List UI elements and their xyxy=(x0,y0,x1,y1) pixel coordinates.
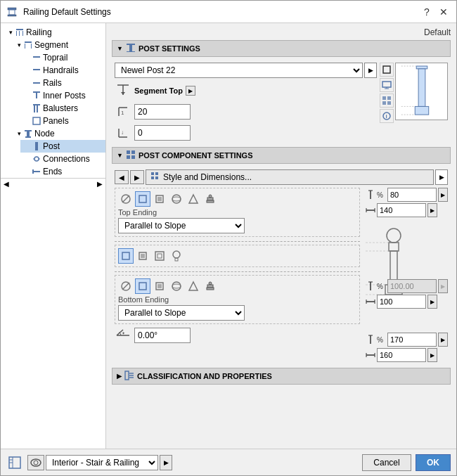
top-sphere-icon-btn[interactable] xyxy=(169,191,184,207)
scroll-left-icon[interactable]: ◀ xyxy=(4,180,9,188)
bot-shape-icon-btn[interactable] xyxy=(186,278,201,294)
style-arrow-btn[interactable]: ▶ xyxy=(435,169,448,185)
sidebar-item-segment[interactable]: ▾ Segment xyxy=(12,39,105,51)
svg-rect-86 xyxy=(157,284,162,288)
svg-point-102 xyxy=(387,229,401,243)
preview-monitor-icon[interactable] xyxy=(380,78,394,92)
middle-fields: % ▶ ▶ xyxy=(366,279,448,309)
mid-height-input[interactable] xyxy=(387,279,437,293)
preview-grid-icon[interactable] xyxy=(380,94,394,108)
field1-row: 1 xyxy=(115,103,377,120)
railing-icon xyxy=(15,27,25,37)
bot-custom-icon-btn[interactable] xyxy=(202,278,218,294)
preview-square-icon[interactable] xyxy=(380,63,394,77)
sidebar-item-railing[interactable]: ▾ Railing xyxy=(4,26,105,39)
post-component-header[interactable]: ▼ POST COMPONENT SETTINGS xyxy=(112,147,451,164)
sidebar-label-node: Node xyxy=(34,129,55,139)
sidebar-item-post[interactable]: Post xyxy=(20,140,105,153)
field2-input[interactable] xyxy=(134,125,191,141)
classification-header[interactable]: ▶ CLASSIFICATION AND PROPERTIES xyxy=(112,368,451,385)
mid-width-input[interactable] xyxy=(377,295,426,309)
mid-ball-icon-btn[interactable] xyxy=(169,248,184,264)
bot-width-input[interactable] xyxy=(377,348,426,362)
top-box2-icon-btn[interactable] xyxy=(152,191,167,207)
style-dimensions-button[interactable]: Style and Dimensions... xyxy=(146,169,434,185)
sidebar-item-panels[interactable]: Panels xyxy=(20,115,105,127)
footer-dropdown-arrow[interactable]: ▶ xyxy=(160,455,172,470)
bot-width-arrow[interactable]: ▶ xyxy=(427,348,437,362)
help-button[interactable]: ? xyxy=(420,5,434,19)
sidebar-item-toprail[interactable]: Toprail xyxy=(20,51,105,64)
dialog: Railing Default Settings ? ✕ ▾ Railing xyxy=(0,0,457,476)
bot-sphere-icon-btn[interactable] xyxy=(169,278,184,294)
mid-shape2-icon-btn[interactable] xyxy=(152,248,167,264)
top-height-arrow[interactable]: ▶ xyxy=(438,188,448,202)
top-box-icon-btn[interactable] xyxy=(135,191,150,207)
comp-prev-button[interactable]: ◀ xyxy=(115,170,129,184)
svg-rect-58 xyxy=(127,155,130,159)
post-dropdown-arrow[interactable]: ▶ xyxy=(364,63,377,78)
svg-text:1: 1 xyxy=(121,110,124,116)
spacer xyxy=(23,66,32,75)
svg-rect-46 xyxy=(382,101,386,105)
top-width-arrow[interactable]: ▶ xyxy=(427,203,437,217)
post-settings-header[interactable]: ▼ POST SETTINGS xyxy=(112,40,451,57)
preview-info-icon[interactable]: i xyxy=(380,109,394,123)
post-settings-row: Newel Post 22 ▶ xyxy=(115,63,448,141)
svg-rect-62 xyxy=(151,176,154,179)
classification-icon xyxy=(124,371,134,382)
sidebar-label-post: Post xyxy=(43,141,60,151)
close-button[interactable]: ✕ xyxy=(437,5,451,19)
segment-top-arrow[interactable]: ▶ xyxy=(186,86,195,96)
middle-area: Top Ending Parallel to Slope xyxy=(115,188,448,362)
mid-height-arrow: ▶ xyxy=(438,279,448,293)
mid-width-arrow[interactable]: ▶ xyxy=(427,295,437,309)
post-settings-body: Newel Post 22 ▶ xyxy=(112,60,451,144)
sidebar-label-toprail: Toprail xyxy=(43,53,67,63)
bot-height-arrow[interactable]: ▶ xyxy=(438,333,448,347)
spacer xyxy=(23,142,32,150)
segment-top-icon xyxy=(115,82,131,99)
top-shape-icon-btn[interactable] xyxy=(186,191,201,207)
comp-next-button[interactable]: ▶ xyxy=(130,170,144,184)
cancel-button[interactable]: Cancel xyxy=(362,454,411,471)
field1-input[interactable] xyxy=(134,104,191,120)
mid-box2-icon-btn[interactable] xyxy=(135,248,150,264)
footer-eye-button[interactable] xyxy=(27,455,44,470)
sidebar-scrollbar[interactable]: ◀ ▶ xyxy=(1,178,105,189)
segment-top-row: Segment Top ▶ xyxy=(115,82,377,99)
top-custom-icon-btn[interactable] xyxy=(202,191,218,207)
footer-book-icon[interactable] xyxy=(6,454,23,471)
top-circle-icon-btn[interactable] xyxy=(118,191,134,207)
bot-box2-icon-btn[interactable] xyxy=(152,278,167,294)
sidebar-item-ends[interactable]: Ends xyxy=(20,165,105,178)
sidebar-item-balusters[interactable]: Balusters xyxy=(20,102,105,115)
sidebar-item-rails[interactable]: Rails xyxy=(20,77,105,89)
newel-post-dropdown[interactable]: Newel Post 22 xyxy=(115,63,363,78)
svg-rect-40 xyxy=(383,66,390,73)
bot-circle-icon-btn[interactable] xyxy=(118,278,134,294)
svg-point-131 xyxy=(34,461,38,465)
sidebar-item-handrails[interactable]: Handrails xyxy=(20,64,105,77)
sidebar-item-innerposts[interactable]: Inner Posts xyxy=(20,89,105,102)
svg-text:i: i xyxy=(386,113,387,120)
scroll-right-icon[interactable]: ▶ xyxy=(97,180,103,188)
svg-rect-45 xyxy=(387,96,391,100)
sidebar-item-connections[interactable]: Connections xyxy=(20,153,105,165)
ok-button[interactable]: OK xyxy=(416,454,451,471)
svg-rect-30 xyxy=(127,51,135,52)
bottom-ending-select[interactable]: Parallel to Slope xyxy=(118,305,245,321)
interior-stair-dropdown[interactable]: Interior - Stair & Railing xyxy=(46,455,158,470)
angle-input[interactable] xyxy=(134,328,191,343)
top-height-input[interactable] xyxy=(387,188,437,202)
bot-height-input[interactable] xyxy=(387,333,437,347)
chevron-down-icon: ▾ xyxy=(15,129,23,138)
collapse-icon: ▼ xyxy=(117,45,123,52)
top-ending-select[interactable]: Parallel to Slope xyxy=(118,218,245,233)
bot-w-label xyxy=(366,350,375,360)
mid-box-icon-btn[interactable] xyxy=(118,248,134,264)
top-width-input[interactable] xyxy=(377,203,426,217)
svg-point-80 xyxy=(173,251,180,258)
bot-box-icon-btn[interactable] xyxy=(135,278,150,294)
sidebar-item-node[interactable]: ▾ Node xyxy=(12,127,105,140)
